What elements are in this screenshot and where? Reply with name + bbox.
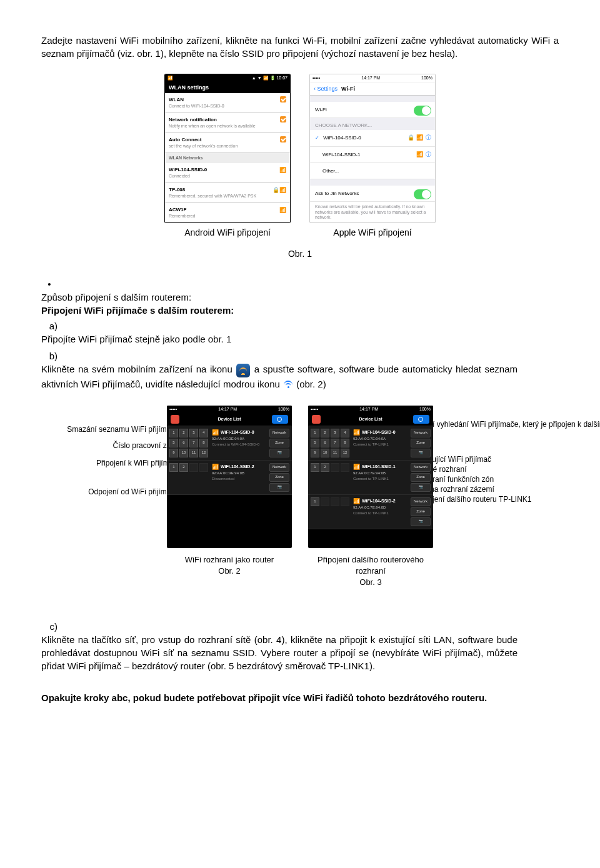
- ssid: WiFi-104-SSID-1: [322, 152, 360, 157]
- app-titlebar: Device List: [308, 413, 433, 426]
- signal-icon: •••••: [312, 75, 320, 81]
- delete-icon: [312, 415, 321, 424]
- android-titlebar: WLAN settings: [165, 82, 290, 93]
- ap-mac: 92:AA:0C:3E:94:0A: [212, 436, 267, 441]
- android-statusbar: 📶 ▲ ▼ 📶 🔋 10:07: [165, 74, 290, 82]
- ap-name: WiFi-104-SSID-1: [362, 464, 396, 470]
- bullet-icon: •: [41, 277, 58, 291]
- zone-button: Zone: [411, 507, 431, 516]
- net1-title: WiFi-104-SSID-0: [169, 166, 286, 173]
- wifi-icon: 📶: [279, 206, 286, 214]
- notification-row: Network notification Notify me when an o…: [165, 113, 290, 133]
- callout-connect: Připojení k WiFi přijímači: [41, 458, 179, 469]
- checkbox-icon: [280, 96, 286, 102]
- wifi-icon: 📶: [353, 463, 360, 471]
- nav-title: Wi-Fi: [341, 85, 355, 93]
- checkmark-icon: ✓: [315, 135, 319, 141]
- ap-mac: 92:AA:0C:7E:94:0D: [353, 505, 408, 510]
- device-card: 1 📶WiFi-104-SSID-2 92:AA:0C:7E:94:0D Con…: [308, 495, 433, 529]
- step-c-text: Klikněte na tlačítko síť, pro vstup do r…: [41, 633, 518, 672]
- zone-button: Zone: [269, 473, 289, 482]
- ssid-icons: 📶 ⓘ: [416, 151, 431, 159]
- network-row: 📶 WiFi-104-SSID-0 Connected: [165, 163, 290, 183]
- wifi-icon: 📶: [212, 463, 219, 471]
- callout-working: Fungující WiFi přijímač: [415, 454, 559, 465]
- battery: 100%: [419, 406, 431, 412]
- ap-name: WiFi-104-SSID-2: [362, 498, 396, 504]
- camera-button: 📷: [411, 449, 431, 457]
- final-paragraph: Opakujte kroky abc, pokud budete potřebo…: [41, 691, 559, 704]
- callout-zone-if: Rozhraní funkčních zón: [415, 474, 559, 485]
- step-b-text: Klikněte na svém mobilním zařízení na ik…: [41, 362, 518, 390]
- callout-disconnect: Odpojení od WiFi přijímače: [41, 487, 179, 497]
- signal-icon: 📶: [168, 75, 173, 81]
- wlan-title: WLAN: [169, 96, 286, 103]
- search-icon: [413, 415, 429, 424]
- step-c-label: c): [41, 620, 61, 633]
- zone-grid: 1234 5678 9101112: [169, 429, 208, 457]
- auto-title: Auto Connect: [169, 136, 286, 143]
- ask-row: Ask to Jin Networks: [310, 186, 435, 202]
- time: 14:17 PM: [218, 406, 237, 412]
- step-a-label: a): [41, 319, 61, 332]
- app-icon: [236, 364, 250, 377]
- signal-icon: •••••: [169, 406, 177, 412]
- ap-conn: Connect to TP-LINK1: [353, 476, 408, 481]
- wifi-lock-icon: 🔒📶: [272, 186, 286, 194]
- camera-button: 📷: [411, 517, 431, 526]
- ap-mac: 92:AA:0C:7E:94:0A: [353, 436, 408, 441]
- step-c-block: c) Klikněte na tlačítko síť, pro vstup d…: [41, 604, 559, 676]
- ap-mac: 92:AA:0C:3E:94:0B: [212, 471, 267, 476]
- network-button: Network: [411, 429, 431, 437]
- network-button: Network: [269, 429, 289, 437]
- callout-delete: Smazání seznamu WiFi přijímačů: [41, 424, 179, 435]
- figure-1-row: 📶 ▲ ▼ 📶 🔋 10:07 WLAN settings WLAN Conne…: [41, 74, 559, 239]
- zone-button: Zone: [411, 473, 431, 482]
- app-screenshot-obr3: ••••• 14:17 PM 100% Device List 1234 567…: [308, 406, 433, 548]
- ap-conn: Connect to WiFi-104-SSID-0: [212, 442, 267, 447]
- title: Device List: [359, 416, 382, 422]
- statusbar: ••••• 14:17 PM 100%: [308, 406, 433, 413]
- bullet-subheading: Připojení WiFi přijímače s dalším router…: [41, 304, 540, 317]
- ssid: WiFi-104-SSID-0: [323, 135, 361, 141]
- checkbox-icon: [280, 136, 286, 142]
- notif-sub: Notify me when an open network is availa…: [169, 123, 286, 129]
- network-row: 📶 ACW1F Remembered: [165, 203, 290, 222]
- android-phone-screenshot: 📶 ▲ ▼ 📶 🔋 10:07 WLAN settings WLAN Conne…: [164, 74, 291, 223]
- fig3-caption: Obr. 3: [308, 577, 433, 588]
- network-button: Network: [269, 463, 289, 472]
- ap-conn: Disconnected: [212, 476, 267, 481]
- title: Device List: [218, 416, 241, 422]
- search-icon: [272, 415, 288, 424]
- checkbox-icon: [280, 116, 286, 122]
- other-row: Other...: [310, 163, 435, 179]
- network-row: WiFi-104-SSID-1 📶 ⓘ: [310, 147, 435, 163]
- step-a-text: Připojíte WiFi přijímač stejně jako podl…: [41, 332, 518, 346]
- time: 14:17 PM: [361, 75, 380, 81]
- wlan-sub: Connect to WiFi-104-SSID-0: [169, 103, 286, 109]
- intro-paragraph: Zadejte nastavení WiFi mobilního zařízen…: [41, 34, 559, 60]
- figure-2-3: Smazání seznamu WiFi přijímačů Číslo pra…: [41, 406, 559, 548]
- wifi-toggle-row: Wi-Fi: [310, 102, 435, 118]
- card-buttons: Network Zone 📷: [411, 429, 431, 457]
- apple-caption: Apple WiFi připojení: [333, 227, 411, 239]
- wifi-icon: 📶: [353, 429, 360, 437]
- card-buttons: Network Zone 📷: [411, 463, 431, 492]
- battery: 100%: [278, 406, 289, 412]
- callout-zone-number: Číslo pracovní zóny: [41, 441, 179, 451]
- toggle-icon: [414, 106, 431, 116]
- choose-network-header: CHOOSE A NETWORK...: [310, 118, 435, 130]
- device-card: 12 📶WiFi-104-SSID-1 92:AA:0C:7E:94:0B Co…: [308, 461, 433, 495]
- app-titlebar: Device List: [167, 413, 292, 426]
- android-caption: Android WiFi připojení: [184, 227, 271, 239]
- signal-icon: •••••: [311, 406, 318, 412]
- net2-sub: Remembered, secured with WPA/WPA2 PSK: [169, 193, 286, 199]
- step-b-label: b): [41, 349, 61, 362]
- camera-button: 📷: [269, 483, 289, 492]
- ios-phone-screenshot: ••••• 14:17 PM 100% ‹ Settings Wi-Fi Wi-…: [309, 74, 436, 223]
- callout-search: Ruční vyhledání WiFi přijímače, který je…: [415, 419, 559, 430]
- wifi-icon: 📶: [279, 166, 286, 174]
- ap-name: WiFi-104-SSID-2: [221, 464, 254, 470]
- ap-conn: Connect to TP-LINK1: [353, 511, 408, 516]
- zone-grid: 1234 5678 9101112: [311, 429, 349, 457]
